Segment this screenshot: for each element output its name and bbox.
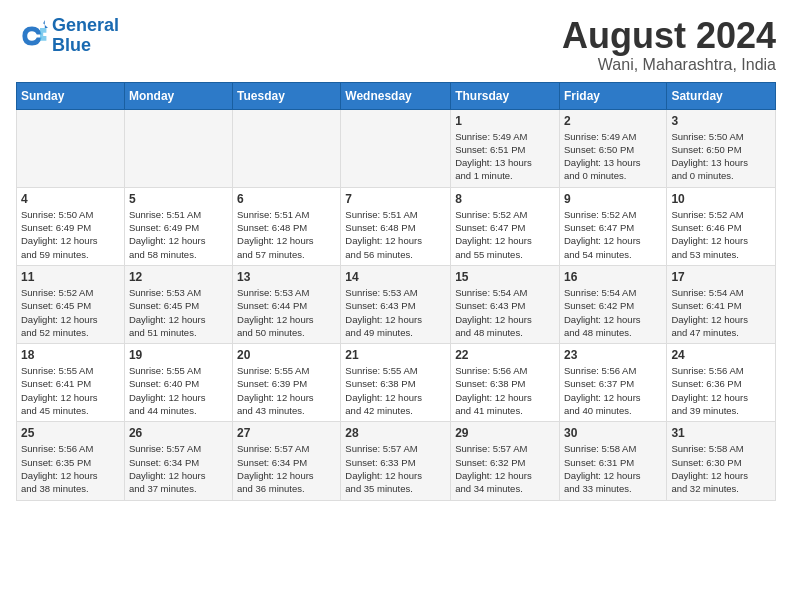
day-info: Sunrise: 5:58 AM Sunset: 6:31 PM Dayligh… — [564, 442, 662, 495]
empty-cell — [124, 109, 232, 187]
day-cell-24: 24Sunrise: 5:56 AM Sunset: 6:36 PM Dayli… — [667, 344, 776, 422]
day-info: Sunrise: 5:54 AM Sunset: 6:41 PM Dayligh… — [671, 286, 771, 339]
month-title: August 2024 — [562, 16, 776, 56]
day-number: 18 — [21, 348, 120, 362]
day-info: Sunrise: 5:57 AM Sunset: 6:34 PM Dayligh… — [129, 442, 228, 495]
day-info: Sunrise: 5:53 AM Sunset: 6:44 PM Dayligh… — [237, 286, 336, 339]
day-info: Sunrise: 5:56 AM Sunset: 6:37 PM Dayligh… — [564, 364, 662, 417]
day-cell-10: 10Sunrise: 5:52 AM Sunset: 6:46 PM Dayli… — [667, 187, 776, 265]
empty-cell — [341, 109, 451, 187]
day-number: 5 — [129, 192, 228, 206]
day-number: 25 — [21, 426, 120, 440]
day-info: Sunrise: 5:55 AM Sunset: 6:39 PM Dayligh… — [237, 364, 336, 417]
day-number: 30 — [564, 426, 662, 440]
day-info: Sunrise: 5:53 AM Sunset: 6:45 PM Dayligh… — [129, 286, 228, 339]
day-cell-22: 22Sunrise: 5:56 AM Sunset: 6:38 PM Dayli… — [451, 344, 560, 422]
logo-line1: General — [52, 15, 119, 35]
day-cell-1: 1Sunrise: 5:49 AM Sunset: 6:51 PM Daylig… — [451, 109, 560, 187]
day-cell-31: 31Sunrise: 5:58 AM Sunset: 6:30 PM Dayli… — [667, 422, 776, 500]
day-cell-4: 4Sunrise: 5:50 AM Sunset: 6:49 PM Daylig… — [17, 187, 125, 265]
day-info: Sunrise: 5:54 AM Sunset: 6:42 PM Dayligh… — [564, 286, 662, 339]
day-info: Sunrise: 5:55 AM Sunset: 6:38 PM Dayligh… — [345, 364, 446, 417]
day-info: Sunrise: 5:53 AM Sunset: 6:43 PM Dayligh… — [345, 286, 446, 339]
day-info: Sunrise: 5:55 AM Sunset: 6:40 PM Dayligh… — [129, 364, 228, 417]
day-number: 14 — [345, 270, 446, 284]
day-cell-18: 18Sunrise: 5:55 AM Sunset: 6:41 PM Dayli… — [17, 344, 125, 422]
day-cell-29: 29Sunrise: 5:57 AM Sunset: 6:32 PM Dayli… — [451, 422, 560, 500]
day-number: 21 — [345, 348, 446, 362]
day-cell-16: 16Sunrise: 5:54 AM Sunset: 6:42 PM Dayli… — [559, 265, 666, 343]
day-info: Sunrise: 5:55 AM Sunset: 6:41 PM Dayligh… — [21, 364, 120, 417]
day-number: 22 — [455, 348, 555, 362]
week-row-2: 4Sunrise: 5:50 AM Sunset: 6:49 PM Daylig… — [17, 187, 776, 265]
header-thursday: Thursday — [451, 82, 560, 109]
day-number: 7 — [345, 192, 446, 206]
day-cell-15: 15Sunrise: 5:54 AM Sunset: 6:43 PM Dayli… — [451, 265, 560, 343]
day-number: 9 — [564, 192, 662, 206]
day-number: 1 — [455, 114, 555, 128]
day-number: 17 — [671, 270, 771, 284]
day-number: 11 — [21, 270, 120, 284]
day-info: Sunrise: 5:51 AM Sunset: 6:48 PM Dayligh… — [345, 208, 446, 261]
day-info: Sunrise: 5:52 AM Sunset: 6:47 PM Dayligh… — [564, 208, 662, 261]
title-block: August 2024 Wani, Maharashtra, India — [562, 16, 776, 74]
week-row-4: 18Sunrise: 5:55 AM Sunset: 6:41 PM Dayli… — [17, 344, 776, 422]
day-number: 23 — [564, 348, 662, 362]
day-cell-5: 5Sunrise: 5:51 AM Sunset: 6:49 PM Daylig… — [124, 187, 232, 265]
day-number: 13 — [237, 270, 336, 284]
day-cell-25: 25Sunrise: 5:56 AM Sunset: 6:35 PM Dayli… — [17, 422, 125, 500]
day-cell-23: 23Sunrise: 5:56 AM Sunset: 6:37 PM Dayli… — [559, 344, 666, 422]
day-info: Sunrise: 5:50 AM Sunset: 6:49 PM Dayligh… — [21, 208, 120, 261]
week-row-5: 25Sunrise: 5:56 AM Sunset: 6:35 PM Dayli… — [17, 422, 776, 500]
day-number: 6 — [237, 192, 336, 206]
day-cell-13: 13Sunrise: 5:53 AM Sunset: 6:44 PM Dayli… — [233, 265, 341, 343]
logo-text: General Blue — [52, 16, 119, 56]
day-number: 16 — [564, 270, 662, 284]
day-number: 3 — [671, 114, 771, 128]
day-number: 27 — [237, 426, 336, 440]
empty-cell — [233, 109, 341, 187]
day-number: 2 — [564, 114, 662, 128]
page-header: General Blue August 2024 Wani, Maharasht… — [16, 16, 776, 74]
week-row-1: 1Sunrise: 5:49 AM Sunset: 6:51 PM Daylig… — [17, 109, 776, 187]
day-info: Sunrise: 5:51 AM Sunset: 6:48 PM Dayligh… — [237, 208, 336, 261]
day-number: 12 — [129, 270, 228, 284]
day-info: Sunrise: 5:57 AM Sunset: 6:32 PM Dayligh… — [455, 442, 555, 495]
day-number: 29 — [455, 426, 555, 440]
day-number: 20 — [237, 348, 336, 362]
day-cell-2: 2Sunrise: 5:49 AM Sunset: 6:50 PM Daylig… — [559, 109, 666, 187]
day-info: Sunrise: 5:50 AM Sunset: 6:50 PM Dayligh… — [671, 130, 771, 183]
day-number: 15 — [455, 270, 555, 284]
header-saturday: Saturday — [667, 82, 776, 109]
header-monday: Monday — [124, 82, 232, 109]
location: Wani, Maharashtra, India — [562, 56, 776, 74]
day-cell-30: 30Sunrise: 5:58 AM Sunset: 6:31 PM Dayli… — [559, 422, 666, 500]
day-cell-27: 27Sunrise: 5:57 AM Sunset: 6:34 PM Dayli… — [233, 422, 341, 500]
empty-cell — [17, 109, 125, 187]
day-info: Sunrise: 5:56 AM Sunset: 6:38 PM Dayligh… — [455, 364, 555, 417]
day-info: Sunrise: 5:52 AM Sunset: 6:45 PM Dayligh… — [21, 286, 120, 339]
day-info: Sunrise: 5:51 AM Sunset: 6:49 PM Dayligh… — [129, 208, 228, 261]
day-number: 10 — [671, 192, 771, 206]
day-info: Sunrise: 5:58 AM Sunset: 6:30 PM Dayligh… — [671, 442, 771, 495]
day-cell-11: 11Sunrise: 5:52 AM Sunset: 6:45 PM Dayli… — [17, 265, 125, 343]
day-cell-20: 20Sunrise: 5:55 AM Sunset: 6:39 PM Dayli… — [233, 344, 341, 422]
day-cell-19: 19Sunrise: 5:55 AM Sunset: 6:40 PM Dayli… — [124, 344, 232, 422]
logo-icon — [16, 20, 48, 52]
day-number: 8 — [455, 192, 555, 206]
day-info: Sunrise: 5:49 AM Sunset: 6:50 PM Dayligh… — [564, 130, 662, 183]
day-info: Sunrise: 5:54 AM Sunset: 6:43 PM Dayligh… — [455, 286, 555, 339]
day-cell-21: 21Sunrise: 5:55 AM Sunset: 6:38 PM Dayli… — [341, 344, 451, 422]
day-cell-6: 6Sunrise: 5:51 AM Sunset: 6:48 PM Daylig… — [233, 187, 341, 265]
day-cell-14: 14Sunrise: 5:53 AM Sunset: 6:43 PM Dayli… — [341, 265, 451, 343]
day-info: Sunrise: 5:57 AM Sunset: 6:34 PM Dayligh… — [237, 442, 336, 495]
header-sunday: Sunday — [17, 82, 125, 109]
calendar-table: SundayMondayTuesdayWednesdayThursdayFrid… — [16, 82, 776, 501]
day-number: 24 — [671, 348, 771, 362]
header-tuesday: Tuesday — [233, 82, 341, 109]
day-info: Sunrise: 5:57 AM Sunset: 6:33 PM Dayligh… — [345, 442, 446, 495]
day-number: 4 — [21, 192, 120, 206]
logo: General Blue — [16, 16, 119, 56]
header-friday: Friday — [559, 82, 666, 109]
day-number: 26 — [129, 426, 228, 440]
